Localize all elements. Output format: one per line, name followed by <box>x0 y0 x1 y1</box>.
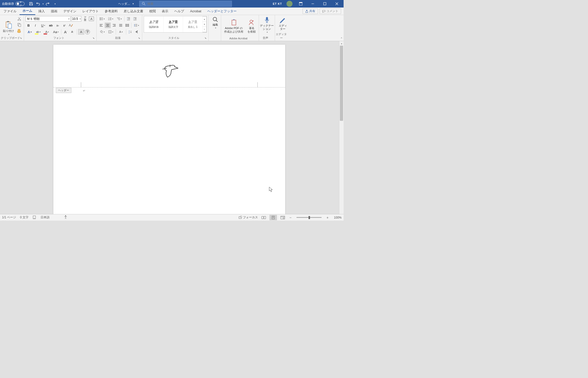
autosave-toggle[interactable]: 自動保存 オフ <box>0 2 27 6</box>
underline-button[interactable]: U▾ <box>39 23 47 28</box>
tab-references[interactable]: 参考資料 <box>102 8 121 15</box>
decrease-indent-icon[interactable] <box>125 16 131 22</box>
header-inserted-image[interactable] <box>160 62 179 80</box>
text-effects-icon[interactable]: A▾ <box>26 29 34 35</box>
create-pdf-button[interactable]: Adobe PDF の 作成および共有 <box>223 16 245 36</box>
grow-font-icon[interactable]: Aˆ <box>63 29 69 35</box>
subscript-button[interactable]: x₂ <box>55 23 61 28</box>
phonetic-guide-icon[interactable]: ア亜 <box>82 16 88 22</box>
tab-mailings[interactable]: 差し込み文書 <box>121 8 146 15</box>
style-gallery-more-icon[interactable]: ▿ <box>203 27 206 32</box>
dictate-button[interactable]: ディクテー ション ▾ <box>260 16 273 34</box>
highlight-color-button[interactable]: ab▾ <box>34 29 42 35</box>
search-input[interactable] <box>148 2 229 6</box>
font-color-button[interactable]: A▾ <box>43 29 51 35</box>
accessibility-icon[interactable] <box>64 215 68 220</box>
document-title[interactable]: ヘッダ… ▼ <box>118 2 134 6</box>
focus-mode-button[interactable]: フォーカス <box>238 215 258 220</box>
tab-header-footer[interactable]: ヘッダーとフッター <box>204 8 240 15</box>
superscript-button[interactable]: x² <box>61 23 67 28</box>
redo-icon[interactable] <box>45 1 51 7</box>
font-launcher-icon[interactable]: ⬊ <box>93 37 96 40</box>
enclose-char-icon[interactable]: 字 <box>85 29 90 34</box>
vertical-scrollbar[interactable]: ▴ <box>339 41 344 214</box>
borders-icon[interactable]: ▾ <box>107 29 115 35</box>
zoom-in-button[interactable]: + <box>326 216 330 220</box>
tab-help[interactable]: ヘルプ <box>171 8 187 15</box>
style-emphasis-italic[interactable]: あア亜 強調斜体 <box>144 16 164 32</box>
scroll-up-icon[interactable]: ▴ <box>339 41 344 46</box>
tab-insert[interactable]: 挿入 <box>35 8 48 15</box>
sort-icon[interactable]: AZ <box>127 29 133 35</box>
web-layout-icon[interactable] <box>279 215 286 220</box>
cut-icon[interactable] <box>17 16 22 22</box>
change-case-button[interactable]: Aa▾ <box>52 29 60 35</box>
style-emphasis-bold[interactable]: あア亜 強調太字 <box>164 16 183 32</box>
search-box[interactable] <box>139 1 232 7</box>
tab-acrobat[interactable]: Acrobat <box>187 8 204 15</box>
header-editing-area[interactable] <box>53 45 285 87</box>
style-heading-1[interactable]: あア亜 見出し 1 <box>183 16 203 32</box>
ribbon-display-icon[interactable] <box>295 0 307 8</box>
font-name-select[interactable]: ＭＳ 明朝▾ <box>26 16 71 22</box>
qat-customize-icon[interactable]: ▾ <box>55 3 56 5</box>
zoom-slider-thumb[interactable] <box>309 216 310 219</box>
multilevel-list-button[interactable]: ▾ <box>115 16 123 22</box>
style-scroll-down-icon[interactable]: ▾ <box>203 22 206 27</box>
tab-view[interactable]: 表示 <box>159 8 171 15</box>
font-size-select[interactable]: 10.5▾ <box>71 16 81 22</box>
editing-dropdown-icon[interactable]: ▾ <box>215 27 216 29</box>
word-count[interactable]: 0 文字 <box>20 215 29 220</box>
read-mode-icon[interactable] <box>260 215 267 220</box>
asian-layout-icon[interactable]: A▾ <box>117 29 125 35</box>
paragraph-launcher-icon[interactable]: ⬊ <box>138 37 141 40</box>
clear-format-icon[interactable]: A <box>68 23 74 28</box>
justify-icon[interactable] <box>118 23 124 28</box>
align-center-icon[interactable] <box>105 23 111 28</box>
close-icon[interactable] <box>331 0 343 8</box>
clipboard-launcher-icon[interactable]: ⬊ <box>20 37 23 40</box>
editing-button[interactable]: 編集 ▾ <box>210 16 221 30</box>
collapse-ribbon-icon[interactable]: ^ <box>341 37 342 40</box>
bullets-button[interactable]: ▾ <box>98 16 106 22</box>
show-marks-icon[interactable]: ✱ <box>134 29 140 35</box>
comments-button[interactable]: コメント <box>320 8 341 14</box>
language-status[interactable]: 日本語 <box>41 215 50 220</box>
maximize-icon[interactable] <box>319 0 331 8</box>
tab-layout[interactable]: レイアウト <box>79 8 102 15</box>
minimize-icon[interactable] <box>307 0 319 8</box>
shrink-font-icon[interactable]: Aˇ <box>69 29 75 35</box>
align-left-icon[interactable] <box>98 23 104 28</box>
char-shading-icon[interactable]: A <box>78 29 84 35</box>
undo-dropdown-icon[interactable]: ▾ <box>43 3 44 5</box>
dictate-dropdown-icon[interactable]: ▾ <box>267 31 268 33</box>
paste-dropdown-icon[interactable]: ▾ <box>8 33 9 36</box>
strikethrough-button[interactable]: ab <box>48 23 54 28</box>
tab-review[interactable]: 校閲 <box>146 8 159 15</box>
line-spacing-icon[interactable]: ▾ <box>132 23 140 28</box>
page[interactable]: ヘッダー ↵ <box>53 45 285 214</box>
styles-launcher-icon[interactable]: ⬊ <box>205 37 208 40</box>
bold-button[interactable]: B <box>26 23 32 28</box>
tab-draw[interactable]: 描画 <box>48 8 60 15</box>
page-count[interactable]: 1/1 ページ <box>2 215 16 220</box>
italic-button[interactable]: I <box>32 23 38 28</box>
request-sign-button[interactable]: 署名 を依頼 <box>246 16 257 36</box>
scroll-thumb[interactable] <box>340 46 343 121</box>
share-button[interactable]: 共有 <box>303 8 318 14</box>
zoom-slider[interactable] <box>297 217 322 218</box>
print-layout-icon[interactable] <box>269 215 277 220</box>
distribute-icon[interactable] <box>124 23 130 28</box>
align-right-icon[interactable] <box>111 23 117 28</box>
save-icon[interactable] <box>28 1 34 7</box>
zoom-level[interactable]: 100% <box>332 216 342 219</box>
user-avatar[interactable] <box>286 1 292 7</box>
char-border-icon[interactable]: A <box>89 17 94 21</box>
numbering-button[interactable]: 123▾ <box>107 16 115 22</box>
style-scroll-up-icon[interactable]: ▴ <box>203 17 206 22</box>
undo-icon[interactable] <box>35 1 41 7</box>
shading-icon[interactable]: ▾ <box>98 29 106 35</box>
tab-design[interactable]: デザイン <box>60 8 79 15</box>
tab-file[interactable]: ファイル <box>1 8 20 15</box>
format-painter-icon[interactable] <box>17 28 22 34</box>
